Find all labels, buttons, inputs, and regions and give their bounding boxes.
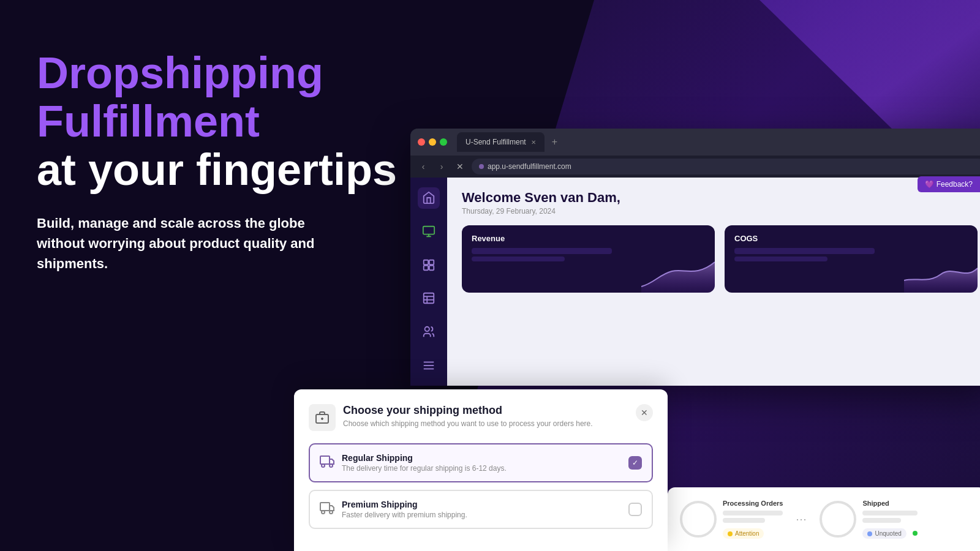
attention-dot [728, 531, 733, 536]
tab-title: U-Send Fulfillment [466, 138, 526, 146]
secure-icon [479, 164, 484, 169]
browser-toolbar: U-Send Fulfillment ✕ + [410, 129, 980, 156]
hero-section: Dropshipping Fulfillment at your fingert… [37, 49, 404, 274]
orders-separator: ⋯ [795, 500, 807, 539]
processing-orders-stat: Processing Orders Attention [680, 500, 783, 539]
shipped-bar1 [862, 511, 918, 515]
revenue-bar2 [472, 257, 565, 261]
modal-title-group: Choose your shipping method Choose which… [343, 404, 636, 428]
headline-white: at your fingertips [37, 145, 397, 194]
app-content: Welcome Sven van Dam, Thursday, 29 Febru… [410, 178, 980, 386]
svg-point-17 [322, 464, 325, 467]
cogs-label: COGS [734, 234, 968, 243]
cogs-chart [904, 250, 978, 293]
attention-label: Attention [735, 530, 759, 537]
svg-point-9 [425, 327, 429, 331]
svg-rect-1 [424, 260, 428, 264]
sidebar-icon-orders[interactable] [418, 288, 440, 309]
browser-tab[interactable]: U-Send Fulfillment ✕ [457, 132, 545, 152]
premium-shipping-checkbox[interactable] [628, 503, 642, 516]
feedback-label: Feedback? [937, 180, 973, 189]
new-tab-btn[interactable]: + [552, 137, 557, 148]
attention-badge: Attention [723, 528, 764, 539]
modal-title: Choose your shipping method [343, 404, 636, 417]
revenue-bar1 [472, 248, 612, 254]
processing-stat-info: Processing Orders Attention [723, 500, 783, 539]
shipped-label: Shipped [862, 500, 918, 507]
svg-rect-16 [320, 456, 330, 464]
cogs-bar2 [734, 257, 827, 261]
tab-close-btn[interactable]: ✕ [531, 139, 536, 146]
sidebar-icon-products[interactable] [418, 254, 440, 276]
shipped-bar2 [862, 518, 901, 523]
main-dashboard: Welcome Sven van Dam, Thursday, 29 Febru… [447, 178, 980, 386]
svg-rect-0 [423, 227, 434, 234]
nav-close-btn[interactable]: ✕ [453, 160, 467, 173]
nav-back-btn[interactable]: ‹ [417, 160, 430, 173]
hero-subtext: Build, manage and scale across the globe… [37, 213, 355, 274]
svg-rect-5 [424, 293, 434, 304]
processing-bar1 [723, 511, 783, 515]
svg-rect-19 [320, 503, 330, 511]
metrics-row: Revenue [462, 225, 978, 293]
shipped-stat-info: Shipped Unquoted [862, 500, 918, 539]
sidebar [410, 178, 447, 386]
shipped-circle [820, 501, 856, 538]
svg-point-18 [330, 464, 333, 467]
svg-rect-2 [429, 260, 434, 264]
tl-green[interactable] [440, 138, 447, 146]
traffic-lights [418, 138, 447, 146]
premium-shipping-desc: Faster delivery with premium shipping. [342, 511, 621, 519]
premium-shipping-icon [320, 501, 334, 519]
svg-point-21 [330, 511, 333, 514]
address-text: app.u-sendfulfillment.com [488, 162, 571, 171]
regular-shipping-name: Regular Shipping [342, 453, 621, 463]
feedback-button[interactable]: 💜 Feedback? [918, 176, 980, 192]
sidebar-icon-shop[interactable] [418, 221, 440, 242]
browser-nav: ‹ › ✕ app.u-sendfulfillment.com [410, 156, 980, 178]
green-dot [913, 531, 918, 536]
welcome-date: Thursday, 29 February, 2024 [462, 207, 978, 216]
svg-rect-3 [424, 266, 428, 270]
feedback-heart-icon: 💜 [925, 180, 934, 189]
revenue-chart [641, 250, 715, 293]
revenue-label: Revenue [472, 234, 705, 243]
headline: Dropshipping Fulfillment at your fingert… [37, 49, 404, 195]
modal-subtitle: Choose which shipping method you want to… [343, 419, 636, 428]
orders-section: Processing Orders Attention ⋯ Shipped Un… [668, 487, 980, 552]
sidebar-icon-settings[interactable] [418, 354, 440, 376]
premium-shipping-info: Premium Shipping Faster delivery with pr… [342, 500, 621, 519]
sidebar-icon-users[interactable] [418, 321, 440, 343]
shipped-orders-stat: Shipped Unquoted [820, 500, 918, 539]
regular-shipping-info: Regular Shipping The delivery time for r… [342, 453, 621, 473]
premium-shipping-name: Premium Shipping [342, 500, 621, 509]
premium-shipping-option[interactable]: Premium Shipping Faster delivery with pr… [309, 490, 653, 529]
welcome-greeting: Welcome Sven van Dam, [462, 190, 978, 206]
unquoted-badge: Unquoted [862, 528, 906, 539]
regular-shipping-checkbox[interactable]: ✓ [628, 456, 642, 470]
processing-circle [680, 501, 717, 538]
nav-forward-btn[interactable]: › [435, 160, 448, 173]
regular-shipping-option[interactable]: Regular Shipping The delivery time for r… [309, 443, 653, 482]
cogs-card: COGS [725, 225, 978, 293]
modal-icon [309, 404, 336, 431]
svg-rect-4 [429, 266, 434, 270]
unquoted-dot [867, 531, 872, 536]
revenue-card: Revenue [462, 225, 715, 293]
sidebar-icon-home[interactable] [418, 187, 440, 209]
unquoted-label: Unquoted [875, 530, 901, 537]
regular-shipping-icon [320, 454, 334, 472]
svg-point-20 [322, 511, 325, 514]
browser-window: U-Send Fulfillment ✕ + ‹ › ✕ app.u-sendf… [410, 129, 980, 386]
headline-purple: Dropshipping Fulfillment [37, 48, 323, 146]
cogs-bar1 [734, 248, 875, 254]
processing-bar2 [723, 518, 765, 523]
regular-shipping-desc: The delivery time for regular shipping i… [342, 464, 621, 473]
tl-yellow[interactable] [429, 138, 436, 146]
shipping-modal: Choose your shipping method Choose which… [294, 389, 668, 551]
tl-red[interactable] [418, 138, 425, 146]
processing-label: Processing Orders [723, 500, 783, 507]
modal-close-btn[interactable]: ✕ [636, 404, 653, 421]
modal-header: Choose your shipping method Choose which… [309, 404, 653, 431]
address-bar[interactable]: app.u-sendfulfillment.com [472, 159, 980, 174]
